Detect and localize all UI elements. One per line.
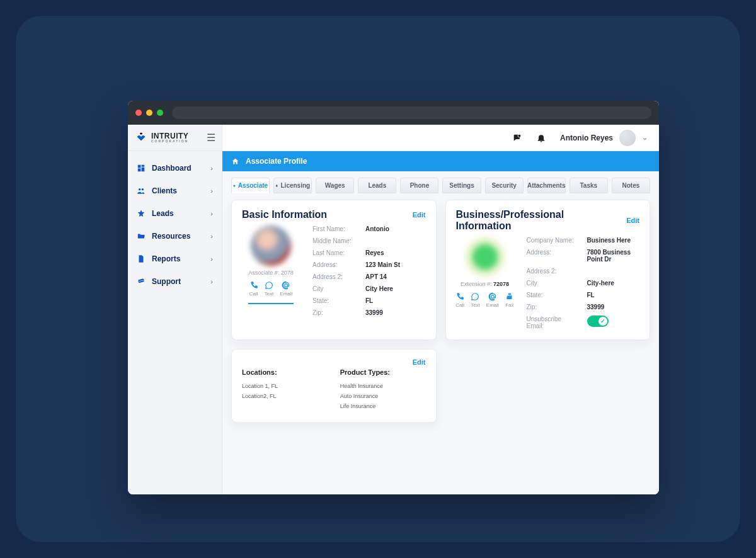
sidebar-item-dashboard[interactable]: Dashboard ›	[132, 160, 218, 176]
field-value: Business Here	[587, 237, 640, 244]
check-icon: ✓	[598, 317, 607, 326]
field-label: Zip:	[527, 304, 578, 310]
field-value: 123 Main St	[365, 261, 426, 268]
browser-window: INTRUITY CORPORATION ☰ Dashboard › Clien…	[128, 101, 659, 494]
company-logo	[465, 237, 505, 277]
sidebar: INTRUITY CORPORATION ☰ Dashboard › Clien…	[128, 125, 222, 494]
brand-text: INTRUITY CORPORATION	[151, 132, 188, 143]
tab-label: Security	[491, 182, 516, 189]
business-info-title: Business/Professional Information	[456, 209, 621, 232]
sidebar-item-clients[interactable]: Clients ›	[132, 183, 218, 199]
tab-phone[interactable]: Phone	[400, 178, 438, 193]
edit-extra-button[interactable]: Edit	[242, 358, 426, 366]
chat-bubble-icon	[265, 281, 273, 290]
chevron-right-icon: ›	[210, 255, 213, 263]
sidebar-item-label: Clients	[152, 186, 177, 195]
tab-notes[interactable]: Notes	[612, 178, 650, 193]
address-bar[interactable]	[172, 106, 651, 119]
chevron-down-icon: ⌄	[642, 134, 648, 142]
handshake-icon	[134, 131, 148, 145]
minimize-icon[interactable]	[146, 110, 152, 116]
field-value: City-here	[587, 280, 640, 287]
traffic-lights	[135, 110, 163, 116]
basic-info-card: Basic Information Edit Associate #: 2078…	[231, 200, 437, 340]
list-item: Location 1, FL	[242, 381, 328, 391]
users-icon	[137, 186, 146, 195]
profile-photo	[251, 225, 291, 266]
tab-tasks[interactable]: Tasks	[570, 178, 608, 193]
list-item: Location2, FL	[242, 391, 328, 401]
maximize-icon[interactable]	[157, 110, 163, 116]
email-button[interactable]: Email	[486, 292, 499, 308]
extension-number: Extension #: 72078	[456, 281, 514, 287]
sidebar-item-label: Reports	[152, 254, 180, 263]
sidebar-item-support[interactable]: Support ›	[132, 273, 218, 290]
edit-business-button[interactable]: Edit	[626, 217, 639, 224]
tab-label: Phone	[410, 182, 430, 189]
locations-title: Locations:	[242, 368, 328, 376]
document-icon	[137, 254, 146, 263]
contact-actions: Call Text Email	[242, 281, 300, 297]
field-label: Zip:	[312, 309, 357, 316]
field-label: Middle Name:	[312, 237, 357, 244]
brand-logo[interactable]: INTRUITY CORPORATION	[134, 131, 188, 145]
field-label: State:	[527, 292, 578, 299]
breadcrumb: Associate Profile	[222, 151, 659, 171]
edit-basic-button[interactable]: Edit	[413, 211, 426, 219]
brand-sub: CORPORATION	[151, 140, 188, 143]
text-button[interactable]: Text	[265, 281, 274, 297]
user-menu[interactable]: Antonio Reyes ⌄	[560, 130, 648, 146]
sidebar-item-label: Resources	[152, 232, 190, 241]
tab-associate[interactable]: Associate	[231, 178, 270, 193]
tab-wages[interactable]: Wages	[316, 178, 354, 193]
sidebar-item-label: Support	[152, 277, 181, 286]
field-label: City	[527, 280, 578, 287]
stage-background: INTRUITY CORPORATION ☰ Dashboard › Clien…	[16, 16, 740, 542]
content: Associate Licensing Wages Leads Phone Se…	[222, 171, 659, 433]
topbar: Antonio Reyes ⌄	[222, 125, 659, 151]
svg-point-1	[233, 185, 235, 186]
call-button[interactable]: Call	[249, 281, 258, 297]
ticket-icon	[137, 277, 146, 286]
window-titlebar	[128, 101, 659, 125]
tab-licensing[interactable]: Licensing	[273, 178, 312, 193]
tab-label: Licensing	[281, 182, 311, 189]
chevron-right-icon: ›	[210, 164, 213, 172]
chat-icon[interactable]	[512, 133, 522, 143]
sidebar-nav: Dashboard › Clients › Leads › Resources …	[128, 151, 222, 290]
home-icon[interactable]	[231, 157, 239, 166]
locations-products-card: Edit Locations: Location 1, FL Location2…	[231, 349, 437, 423]
locations-column: Locations: Location 1, FL Location2, FL	[242, 368, 328, 412]
tab-security[interactable]: Security	[485, 178, 524, 193]
bell-icon[interactable]	[536, 133, 546, 143]
tab-settings[interactable]: Settings	[442, 178, 481, 193]
phone-icon	[455, 292, 464, 301]
chevron-right-icon: ›	[210, 187, 213, 195]
sidebar-item-reports[interactable]: Reports ›	[132, 251, 218, 267]
tabs: Associate Licensing Wages Leads Phone Se…	[231, 178, 650, 193]
tab-label: Settings	[449, 182, 474, 189]
field-value: 7800 Business Point Dr	[587, 249, 640, 263]
tab-attachments[interactable]: Attachments	[527, 178, 566, 193]
email-button[interactable]: Email	[280, 281, 292, 297]
user-circle-icon	[233, 183, 236, 189]
field-value: APT 14	[365, 273, 426, 280]
sidebar-item-leads[interactable]: Leads ›	[132, 205, 218, 222]
unsubscribe-toggle-cell: ✓	[587, 316, 640, 329]
text-button[interactable]: Text	[471, 292, 480, 308]
fax-button[interactable]: Fax	[505, 292, 514, 308]
chat-bubble-icon	[471, 292, 479, 301]
field-label: Company Name:	[527, 237, 578, 244]
unsubscribe-toggle[interactable]: ✓	[587, 316, 609, 327]
tab-leads[interactable]: Leads	[358, 178, 396, 193]
sidebar-item-resources[interactable]: Resources ›	[132, 228, 218, 244]
business-info-card: Business/Professional Information Edit E…	[445, 200, 651, 340]
close-icon[interactable]	[135, 110, 142, 116]
field-label: Address:	[527, 249, 578, 263]
call-button[interactable]: Call	[455, 292, 464, 308]
folder-open-icon	[137, 232, 146, 241]
menu-icon[interactable]: ☰	[207, 132, 215, 144]
tab-label: Tasks	[580, 182, 597, 189]
field-label: State:	[312, 297, 357, 304]
business-contact-actions: Call Text Email Fax	[456, 292, 514, 308]
